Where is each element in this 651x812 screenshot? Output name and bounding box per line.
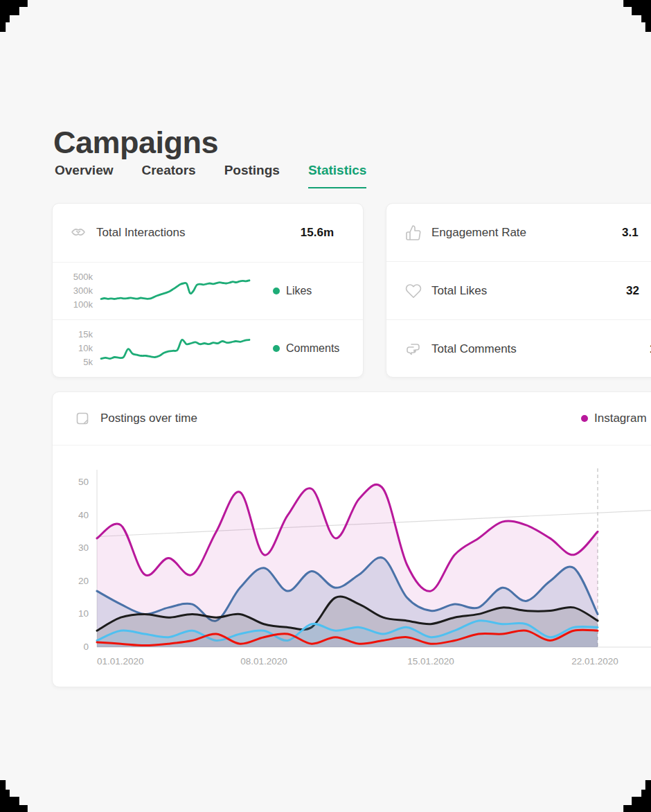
engagement-rate-value: 3.1 [622, 226, 639, 240]
series-layer [97, 484, 598, 647]
pixel-corner-bottom-left [0, 780, 33, 812]
x-tick-08-01: 08.01.2020 [240, 656, 287, 667]
instagram-legend-dot [581, 415, 588, 422]
tab-postings[interactable]: Postings [224, 163, 280, 188]
comments-spark-yticks: 15k 10k 5k [53, 328, 93, 369]
tab-overview[interactable]: Overview [55, 163, 114, 188]
pixel-corner-top-right [618, 0, 651, 32]
tab-bar: Overview Creators Postings Statistics [55, 163, 366, 188]
x-tick-22-01: 22.01.2020 [571, 656, 618, 667]
y-tick-20: 20 [78, 576, 89, 586]
note-icon [74, 410, 91, 427]
page-title: Campaigns [53, 125, 218, 161]
chat-bubbles-icon [405, 341, 422, 358]
comments-sparkline-chart [99, 330, 251, 367]
postings-over-time-chart: 0 10 20 30 40 50 01.01.2020 08.01.2020 1… [53, 445, 651, 687]
postings-card-title: Postings over time [100, 412, 197, 425]
total-comments-row: Total Comments 1 [386, 319, 651, 378]
pixel-corner-bottom-right [618, 780, 651, 812]
heart-icon [405, 283, 422, 299]
total-comments-label: Total Comments [431, 342, 517, 356]
likes-legend: Likes [273, 285, 312, 297]
pixel-corner-top-left [0, 0, 33, 32]
instagram-legend: Instagram [581, 412, 647, 425]
likes-legend-label: Likes [286, 285, 312, 297]
thumbs-up-icon [405, 224, 422, 241]
comments-legend: Comments [273, 342, 339, 355]
y-tick-50: 50 [78, 477, 89, 487]
postings-card-header: Postings over time Instagram [53, 392, 651, 445]
likes-spark-yticks: 500k 300k 100k [53, 270, 93, 312]
handshake-icon [70, 224, 87, 241]
y-tick-40: 40 [78, 510, 89, 520]
total-interactions-value: 15.6m [301, 226, 346, 240]
tab-statistics[interactable]: Statistics [308, 163, 366, 188]
likes-sparkline-chart [99, 272, 251, 310]
y-tick-10: 10 [78, 608, 89, 619]
total-likes-value: 32 [626, 284, 639, 298]
y-tick-0: 0 [83, 642, 89, 652]
comments-legend-dot [273, 345, 280, 352]
total-interactions-label: Total Interactions [96, 226, 186, 240]
likes-spark-row: 500k 300k 100k Likes [53, 262, 363, 319]
metrics-card: Engagement Rate 3.1 Total Likes 32 Total… [386, 203, 651, 378]
comments-spark-row: 15k 10k 5k Comments [53, 319, 363, 377]
engagement-rate-label: Engagement Rate [431, 226, 526, 240]
total-interactions-header: Total Interactions 15.6m [53, 204, 363, 262]
postings-over-time-card: Postings over time Instagram 0 10 20 30 … [52, 391, 651, 687]
instagram-legend-label: Instagram [594, 412, 647, 425]
engagement-rate-row: Engagement Rate 3.1 [386, 204, 651, 261]
total-interactions-card: Total Interactions 15.6m 500k 300k 100k … [52, 203, 364, 378]
x-tick-15-01: 15.01.2020 [407, 656, 454, 667]
likes-legend-dot [273, 288, 280, 294]
comments-legend-label: Comments [286, 342, 339, 355]
total-likes-label: Total Likes [431, 284, 487, 298]
total-likes-row: Total Likes 32 [386, 261, 651, 319]
x-tick-01-01: 01.01.2020 [97, 656, 144, 667]
y-tick-30: 30 [78, 542, 89, 553]
tab-creators[interactable]: Creators [142, 163, 196, 188]
